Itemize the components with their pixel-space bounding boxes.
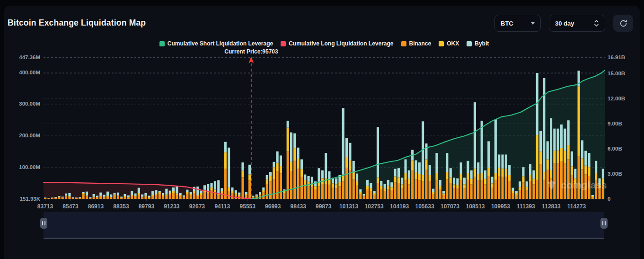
legend-swatch-icon	[159, 41, 165, 46]
chart-controls: BTC 30 day	[494, 15, 633, 32]
chevron-down-icon	[531, 22, 535, 25]
symbol-select-value: BTC	[501, 20, 513, 27]
legend-label: Bybit	[475, 40, 489, 47]
navigator-right-handle[interactable]	[600, 218, 608, 229]
legend-label: Cumulative Short Liquidation Leverage	[168, 40, 273, 47]
period-select[interactable]: 30 day	[549, 15, 605, 32]
chart-legend: Cumulative Short Liquidation LeverageCum…	[44, 40, 605, 47]
legend-swatch-icon	[401, 41, 406, 46]
refresh-button[interactable]	[613, 15, 633, 32]
legend-item-binance[interactable]: Binance	[401, 40, 432, 47]
legend-item-okx[interactable]: OKX	[439, 40, 459, 47]
refresh-icon	[619, 19, 628, 28]
navigator-axis-line	[44, 238, 604, 239]
legend-label: Cumulative Long Liquidation Leverage	[289, 40, 393, 47]
symbol-select[interactable]: BTC	[494, 15, 541, 32]
period-select-value: 30 day	[555, 20, 574, 27]
legend-label: OKX	[447, 40, 459, 47]
legend-label: Binance	[409, 40, 432, 47]
legend-item-bybit[interactable]: Bybit	[467, 40, 489, 47]
chart-range-navigator[interactable]	[44, 212, 604, 238]
legend-swatch-icon	[467, 41, 472, 46]
spinner-arrows-icon	[594, 19, 599, 27]
page-title: Bitcoin Exchange Liquidation Map	[8, 18, 146, 28]
current-price-label: Current Price:95703	[209, 48, 294, 55]
navigator-left-handle[interactable]	[40, 218, 47, 229]
legend-item-cumulative-long-liquidation-leverage[interactable]: Cumulative Long Liquidation Leverage	[281, 40, 393, 47]
legend-item-cumulative-short-liquidation-leverage[interactable]: Cumulative Short Liquidation Leverage	[159, 40, 273, 47]
legend-swatch-icon	[439, 41, 444, 46]
legend-swatch-icon	[281, 41, 286, 46]
